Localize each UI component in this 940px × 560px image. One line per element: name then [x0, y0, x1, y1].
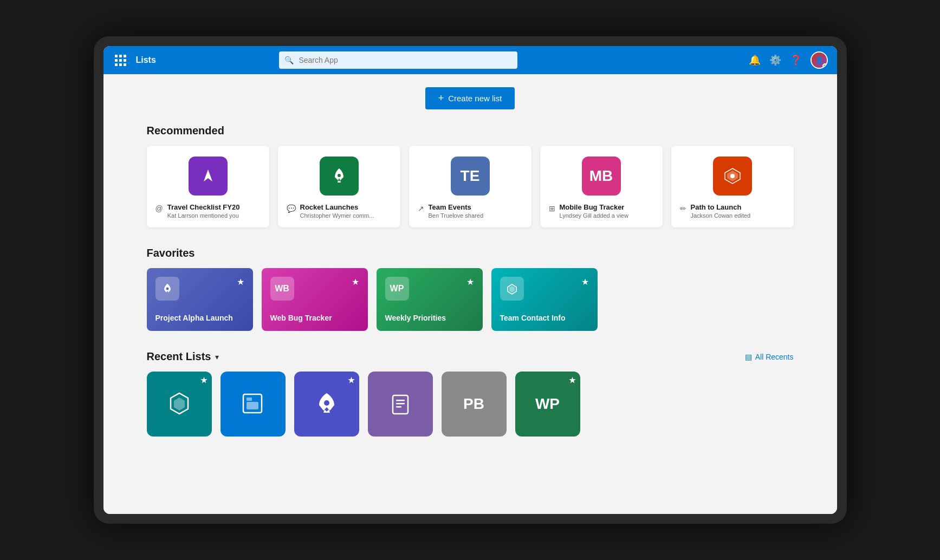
svg-rect-13	[396, 400, 405, 401]
fav-star-2: ★	[352, 277, 359, 287]
rec-card-info-1: Travel Checklist FY20 Kat Larrson mentio…	[167, 203, 240, 219]
favorites-grid: ★ Project Alpha Launch WB ★ Web Bug Trac…	[147, 268, 794, 331]
favorites-title: Favorites	[147, 247, 794, 259]
avatar[interactable]: 👤	[811, 51, 828, 69]
recent-title-row: Recent Lists ▾	[147, 350, 219, 363]
fav-star-1: ★	[237, 277, 244, 287]
rec-card-path-to-launch[interactable]: ✏ Path to Launch Jackson Cowan edited	[671, 146, 794, 227]
rec-icon-rocket	[320, 157, 359, 196]
svg-marker-7	[174, 398, 185, 411]
create-btn-label: Create new list	[448, 94, 502, 103]
rec-icon-wrap-1	[155, 157, 261, 196]
fav-card-project-alpha[interactable]: ★ Project Alpha Launch	[147, 268, 253, 331]
recent-card-5[interactable]: PB	[442, 372, 507, 437]
waffle-icon[interactable]	[112, 51, 129, 69]
recent-card-6[interactable]: ★ WP	[515, 372, 580, 437]
recent-grid: ★	[147, 372, 794, 437]
recent-section: Recent Lists ▾ ▤ All Recents ★	[147, 350, 794, 437]
recent-card-1[interactable]: ★	[147, 372, 212, 437]
fav-card-top-3: WP ★	[385, 277, 474, 301]
rec-card-mobile-bug[interactable]: MB ⊞ Mobile Bug Tracker Lyndsey Gill add…	[540, 146, 663, 227]
filter-icon: ▤	[745, 353, 752, 361]
search-input[interactable]	[279, 51, 517, 69]
rec-card-bottom-4: ⊞ Mobile Bug Tracker Lyndsey Gill added …	[549, 203, 654, 219]
svg-point-11	[324, 400, 329, 406]
create-btn-row: + Create new list	[147, 87, 794, 109]
rec-icon-team-events: TE	[451, 157, 490, 196]
fav-icon-text-3: WP	[390, 284, 404, 294]
rec-card-sub-3: Ben Truelove shared	[429, 212, 484, 219]
fav-card-web-bug[interactable]: WB ★ Web Bug Tracker	[262, 268, 368, 331]
rec-card-title-2: Rocket Launches	[300, 203, 374, 211]
fav-label-4: Team Contact Info	[500, 314, 589, 322]
all-recents-button[interactable]: ▤ All Recents	[745, 353, 794, 361]
fav-icon-text-2: WB	[275, 284, 289, 294]
fav-icon-1	[155, 277, 179, 301]
rec-icon-wrap-2	[287, 157, 392, 196]
recent-title: Recent Lists	[147, 350, 211, 363]
rec-card-bottom-1: @ Travel Checklist FY20 Kat Larrson ment…	[155, 203, 261, 219]
app-title: Lists	[136, 55, 156, 65]
rec-activity-icon-2: 💬	[287, 204, 296, 213]
favorites-section: Favorites ★ Pr	[147, 247, 794, 331]
avatar-status-badge	[822, 63, 828, 69]
rec-card-info-2: Rocket Launches Christopher Wymer comm..…	[300, 203, 374, 219]
rec-icon-wrap-5	[680, 157, 785, 196]
rec-icon-wrap-3: TE	[418, 157, 523, 196]
fav-card-team-contact[interactable]: ★ Team Contact Info	[491, 268, 598, 331]
fav-star-3: ★	[466, 277, 474, 287]
search-container: 🔍	[279, 51, 517, 69]
recent-card-4[interactable]	[368, 372, 433, 437]
recent-header: Recent Lists ▾ ▤ All Recents	[147, 350, 794, 363]
rec-card-team-events[interactable]: TE ↗ Team Events Ben Truelove shared	[409, 146, 531, 227]
plus-icon: +	[438, 93, 444, 104]
recent-icon-text-6: WP	[535, 395, 560, 413]
rec-card-bottom-5: ✏ Path to Launch Jackson Cowan edited	[680, 203, 785, 219]
recent-icon-1	[165, 390, 193, 418]
fav-card-top-2: WB ★	[270, 277, 359, 301]
rec-card-sub-2: Christopher Wymer comm...	[300, 212, 374, 219]
fav-label-1: Project Alpha Launch	[155, 314, 244, 322]
search-icon: 🔍	[284, 56, 294, 64]
rec-card-bottom-3: ↗ Team Events Ben Truelove shared	[418, 203, 523, 219]
recent-star-6: ★	[569, 376, 576, 385]
recent-icon-3	[313, 390, 341, 418]
rec-card-info-4: Mobile Bug Tracker Lyndsey Gill added a …	[560, 203, 628, 219]
rec-card-sub-5: Jackson Cowan edited	[691, 212, 751, 219]
create-new-list-button[interactable]: + Create new list	[425, 87, 515, 109]
recommended-title: Recommended	[147, 125, 794, 137]
recent-icon-text-5: PB	[463, 395, 484, 413]
rec-activity-icon-4: ⊞	[549, 204, 555, 213]
recent-card-3[interactable]: ★	[294, 372, 359, 437]
svg-rect-9	[247, 402, 258, 409]
recommended-section: Recommended @	[147, 125, 794, 227]
fav-star-4: ★	[581, 277, 589, 287]
rec-icon-mobile-bug: MB	[582, 157, 621, 196]
svg-marker-0	[204, 170, 212, 181]
help-icon[interactable]: ❓	[790, 54, 802, 66]
all-recents-label: All Recents	[755, 353, 794, 361]
rec-card-info-3: Team Events Ben Truelove shared	[429, 203, 484, 219]
settings-icon[interactable]: ⚙️	[769, 54, 781, 66]
rec-icon-wrap-4: MB	[549, 157, 654, 196]
fav-icon-2: WB	[270, 277, 294, 301]
rec-card-sub-4: Lyndsey Gill added a view	[560, 212, 628, 219]
svg-point-3	[166, 288, 168, 290]
svg-rect-12	[393, 395, 408, 414]
chevron-down-icon[interactable]: ▾	[215, 353, 219, 361]
recent-card-2[interactable]	[221, 372, 286, 437]
notification-icon[interactable]: 🔔	[749, 54, 761, 66]
rec-card-travel-checklist[interactable]: @ Travel Checklist FY20 Kat Larrson ment…	[147, 146, 269, 227]
fav-card-top-4: ★	[500, 277, 589, 301]
rec-icon-path	[713, 157, 752, 196]
fav-icon-3: WP	[385, 277, 409, 301]
tablet-frame: Lists 🔍 🔔 ⚙️ ❓ 👤 + Create new	[94, 36, 847, 524]
rec-card-title-1: Travel Checklist FY20	[167, 203, 240, 211]
recent-icon-4	[390, 393, 411, 415]
fav-card-weekly-priorities[interactable]: WP ★ Weekly Priorities	[377, 268, 483, 331]
svg-rect-15	[396, 406, 401, 408]
rec-card-rocket-launches[interactable]: 💬 Rocket Launches Christopher Wymer comm…	[278, 146, 400, 227]
topbar-right-icons: 🔔 ⚙️ ❓ 👤	[749, 51, 828, 69]
rec-card-title-5: Path to Launch	[691, 203, 751, 211]
rec-activity-icon-1: @	[155, 204, 163, 213]
